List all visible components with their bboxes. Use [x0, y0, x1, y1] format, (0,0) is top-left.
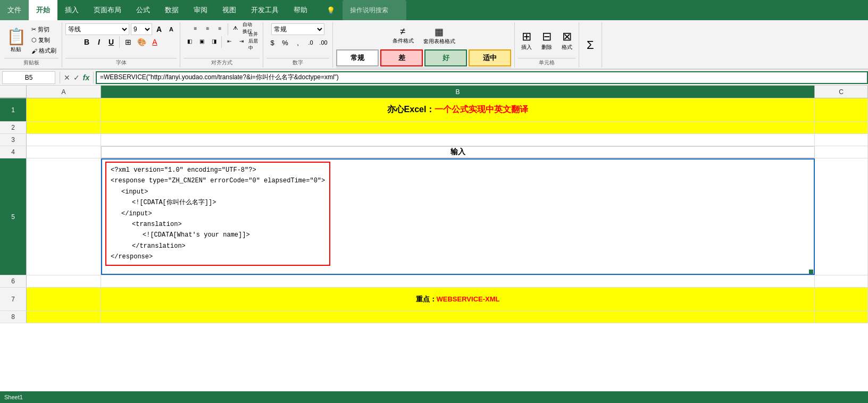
- format-painter-icon: 🖌: [31, 48, 37, 54]
- sheet-tab[interactable]: Sheet1: [4, 394, 23, 400]
- indent-increase[interactable]: ⇥: [236, 36, 247, 46]
- row-header-1[interactable]: 1: [0, 98, 27, 121]
- styles-content: ≠ 条件格式 ▦ 套用表格格式 常规 差 好 适中: [336, 23, 511, 66]
- cell-7b[interactable]: 重点： WEBSERVICE-XML: [101, 288, 815, 310]
- align-top-left[interactable]: ≡: [190, 23, 202, 33]
- font-color-button[interactable]: A: [149, 36, 161, 48]
- cond-format-label: 条件格式: [393, 37, 414, 45]
- bold-button[interactable]: B: [81, 37, 92, 47]
- cell-5a[interactable]: [27, 158, 101, 275]
- menu-review[interactable]: 审阅: [186, 0, 215, 20]
- cell-2a[interactable]: [27, 122, 101, 133]
- paste-button[interactable]: 📋 粘贴: [4, 26, 28, 55]
- cell-8a[interactable]: [27, 311, 101, 323]
- border-button[interactable]: ⊞: [122, 36, 134, 48]
- cell-3c[interactable]: [815, 134, 868, 146]
- row-header-5[interactable]: 5: [0, 158, 27, 275]
- menu-formula[interactable]: 公式: [129, 0, 157, 20]
- menu-developer[interactable]: 开发工具: [244, 0, 286, 20]
- table-format-icon: ▦: [435, 26, 444, 38]
- cell-3a[interactable]: [27, 134, 101, 146]
- menu-search[interactable]: 操作说明搜索: [343, 0, 406, 20]
- align-top-center[interactable]: ≡: [202, 23, 214, 33]
- cell-reference-box[interactable]: [2, 71, 55, 84]
- cell-8c[interactable]: [815, 311, 868, 323]
- col-header-c[interactable]: C: [815, 86, 868, 98]
- percent-button[interactable]: %: [279, 37, 291, 48]
- cell-1a[interactable]: [27, 98, 101, 121]
- accounting-button[interactable]: $: [266, 37, 278, 48]
- cell-6a[interactable]: [27, 275, 101, 287]
- cell-4b[interactable]: 输入: [101, 146, 815, 158]
- cell-6b[interactable]: [101, 275, 815, 287]
- underline-button[interactable]: U: [106, 37, 116, 47]
- fill-color-button[interactable]: 🎨: [136, 36, 147, 48]
- delete-cell-button[interactable]: ⊟ 删除: [538, 28, 555, 53]
- style-bad-button[interactable]: 差: [380, 49, 423, 66]
- italic-button[interactable]: I: [94, 37, 104, 47]
- font-decrease-button[interactable]: A: [166, 24, 177, 35]
- insert-cell-button[interactable]: ⊞ 插入: [518, 28, 535, 53]
- merge-center-button[interactable]: 合并后居中: [248, 36, 260, 46]
- cell-3b[interactable]: [101, 134, 815, 146]
- cell-6c[interactable]: [815, 275, 868, 287]
- col-header-a[interactable]: A: [27, 86, 101, 98]
- number-format-select[interactable]: 常规: [271, 23, 324, 35]
- select-all-button[interactable]: [0, 86, 27, 98]
- angle-text-button[interactable]: ᗑ: [230, 23, 241, 33]
- menu-start[interactable]: 开始: [29, 0, 57, 20]
- cut-button[interactable]: ✂ 剪切: [29, 24, 59, 35]
- decimal-increase[interactable]: .0: [305, 37, 316, 48]
- style-neutral-button[interactable]: 适中: [469, 49, 511, 66]
- menu-page-layout[interactable]: 页面布局: [86, 0, 129, 20]
- format-painter-button[interactable]: 🖌 格式刷: [29, 46, 59, 56]
- table-format-button[interactable]: ▦ 套用表格格式: [420, 23, 459, 48]
- indent-decrease[interactable]: ⇤: [223, 36, 235, 46]
- align-right[interactable]: ◨: [208, 36, 220, 46]
- menu-insert[interactable]: 插入: [57, 0, 86, 20]
- align-top-right[interactable]: ≡: [214, 23, 226, 33]
- conditional-format-button[interactable]: ≠ 条件格式: [389, 23, 418, 48]
- comma-button[interactable]: ,: [292, 37, 304, 48]
- menu-file[interactable]: 文件: [0, 0, 29, 20]
- menu-help[interactable]: 帮助: [286, 0, 315, 20]
- format-cell-button[interactable]: ⊠ 格式: [558, 28, 575, 53]
- row-header-3[interactable]: 3: [0, 134, 27, 146]
- confirm-formula-icon[interactable]: ✓: [72, 73, 81, 82]
- small-clipboard-buttons: ✂ 剪切 ⬡ 复制 🖌 格式刷: [29, 24, 59, 56]
- formula-input[interactable]: [96, 71, 868, 84]
- font-size-select[interactable]: 9: [131, 23, 152, 35]
- style-good-button[interactable]: 好: [424, 49, 467, 66]
- copy-button[interactable]: ⬡ 复制: [29, 35, 59, 45]
- cell-7a[interactable]: [27, 288, 101, 310]
- cell-8b[interactable]: [101, 311, 815, 323]
- menu-data[interactable]: 数据: [157, 0, 186, 20]
- col-header-b[interactable]: B: [101, 86, 815, 98]
- cell-4c[interactable]: [815, 146, 868, 158]
- sigma-button[interactable]: Σ: [582, 36, 598, 54]
- cell-5c[interactable]: [815, 158, 868, 275]
- cell-1b[interactable]: 亦心Excel： 一个公式实现中英文翻译: [101, 98, 815, 121]
- alignment-content: ≡ ≡ ≡ ᗑ 自动换行 ◧ ▣ ◨ ⇤ ⇥ 合并后居中: [183, 23, 260, 57]
- font-increase-button[interactable]: A: [154, 24, 164, 35]
- insert-function-button[interactable]: fx: [81, 73, 91, 82]
- cancel-formula-icon[interactable]: ✕: [62, 73, 72, 82]
- style-normal-button[interactable]: 常规: [336, 49, 379, 66]
- cell-2b[interactable]: [101, 122, 815, 133]
- row-header-4[interactable]: 4: [0, 146, 27, 158]
- align-left[interactable]: ◧: [183, 36, 195, 46]
- row-header-2[interactable]: 2: [0, 122, 27, 133]
- cell-2c[interactable]: [815, 122, 868, 133]
- row-header-7[interactable]: 7: [0, 288, 27, 310]
- align-center[interactable]: ▣: [196, 36, 207, 46]
- scissors-icon: ✂: [31, 26, 36, 33]
- row-header-6[interactable]: 6: [0, 275, 27, 287]
- cell-5b[interactable]: <?xml version="1.0" encoding="UTF-8"?> <…: [101, 158, 815, 275]
- row-header-8[interactable]: 8: [0, 311, 27, 323]
- menu-view[interactable]: 视图: [215, 0, 244, 20]
- cell-4a[interactable]: [27, 146, 101, 158]
- font-name-select[interactable]: 等线: [65, 23, 129, 35]
- decimal-decrease[interactable]: .00: [318, 37, 329, 48]
- cell-1c[interactable]: [815, 98, 868, 121]
- cell-7c[interactable]: [815, 288, 868, 310]
